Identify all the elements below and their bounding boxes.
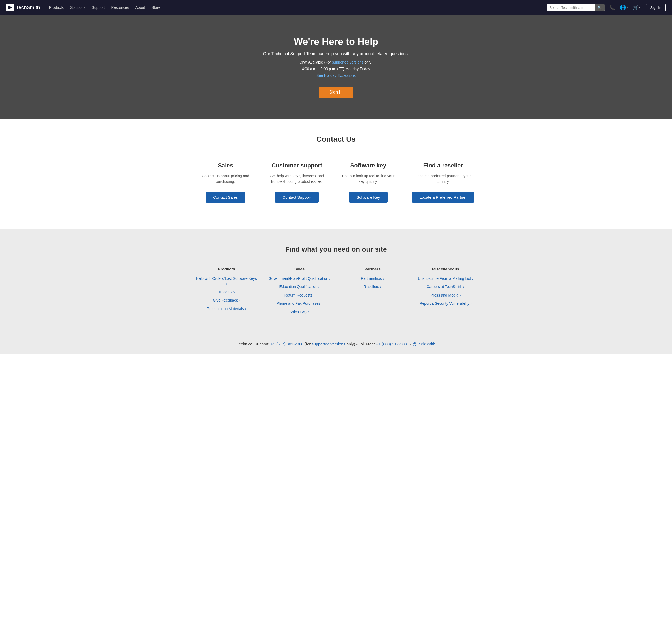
card-title-software-key: Software key [350,162,386,169]
card-desc-sales: Contact us about pricing and purchasing. [198,173,253,184]
search-input[interactable] [547,4,595,11]
find-col-sales-title: Sales [268,267,331,271]
link-unsubscribe[interactable]: Unsubscribe From a Mailing List › [415,276,477,281]
find-col-products-title: Products [195,267,257,271]
find-col-misc: Miscellaneous Unsubscribe From a Mailing… [409,267,482,318]
link-govt-nonprofit[interactable]: Government/Non-Profit Qualification › [268,276,331,281]
hero-section: We're Here to Help Our Technical Support… [0,15,672,119]
link-phone-fax[interactable]: Phone and Fax Purchases › [268,301,331,306]
nav-resources[interactable]: Resources [109,4,132,11]
nav-about[interactable]: About [133,4,148,11]
footer-contact: Technical Support: +1 (517) 381-2300 (fo… [0,334,672,354]
contact-cards: Sales Contact us about pricing and purch… [190,157,482,213]
search-button[interactable]: 🔍 [595,4,605,11]
link-partnerships[interactable]: Partnerships › [341,276,404,281]
supported-versions-link[interactable]: supported versions [332,60,363,64]
footer-tech-support-label: Technical Support: [237,342,269,346]
contact-sales-button[interactable]: Contact Sales [206,192,245,203]
hero-chat-info: Chat Available (For supported versions o… [299,59,373,79]
link-help-orders[interactable]: Help with Orders/Lost Software Keys › [195,276,257,286]
card-title-support: Customer support [271,162,322,169]
hero-signin-button[interactable]: Sign In [319,87,353,98]
contact-section: Contact Us Sales Contact us about pricin… [0,119,672,229]
link-give-feedback[interactable]: Give Feedback › [195,298,257,303]
search-bar: 🔍 [547,4,605,11]
link-careers[interactable]: Careers at TechSmith › [415,284,477,290]
link-tutorials[interactable]: Tutorials › [195,290,257,295]
footer-only-text: only) • Toll Free: [346,342,376,346]
nav-signin-button[interactable]: Sign In [646,4,666,12]
find-col-partners-title: Partners [341,267,404,271]
nav-solutions[interactable]: Solutions [67,4,88,11]
find-col-sales: Sales Government/Non-Profit Qualificatio… [263,267,336,318]
contact-card-software-key: Software key Use our look up tool to fin… [333,157,404,213]
find-col-misc-title: Miscellaneous [415,267,477,271]
nav-icons: 📞 🌐 ▾ 🛒 ▾ Sign In [608,3,666,12]
phone-icon-button[interactable]: 📞 [608,3,617,12]
card-desc-reseller: Locate a preferred partner in your count… [412,173,474,184]
logo[interactable]: TechSmith [6,4,40,11]
link-resellers[interactable]: Resellers › [341,284,404,290]
contact-card-sales: Sales Contact us about pricing and purch… [190,157,261,213]
contact-heading: Contact Us [10,135,662,144]
find-section: Find what you need on our site Products … [0,229,672,334]
card-title-reseller: Find a reseller [423,162,463,169]
card-desc-support: Get help with keys, licenses, and troubl… [269,173,324,184]
card-desc-software-key: Use our look up tool to find your key qu… [341,173,396,184]
main-nav: TechSmith Products Solutions Support Res… [0,0,672,15]
link-press-media[interactable]: Press and Media › [415,293,477,298]
link-return-requests[interactable]: Return Requests › [268,293,331,298]
footer-bullet2: • [410,342,412,346]
link-security-vulnerability[interactable]: Report a Security Vulnerability › [415,301,477,306]
contact-support-button[interactable]: Contact Support [275,192,318,203]
globe-icon-button[interactable]: 🌐 ▾ [618,3,629,12]
footer-phone1[interactable]: +1 (517) 381-2300 [271,342,304,346]
contact-card-support: Customer support Get help with keys, lic… [261,157,333,213]
chat-line1: Chat Available (For supported versions o… [299,60,373,64]
footer-twitter[interactable]: @TechSmith [413,342,435,346]
hero-subtitle: Our Technical Support Team can help you … [263,51,409,56]
link-presentation-materials[interactable]: Presentation Materials › [195,306,257,312]
link-sales-faq[interactable]: Sales FAQ › [268,309,331,315]
nav-products[interactable]: Products [46,4,66,11]
nav-store[interactable]: Store [149,4,163,11]
holiday-exceptions-link[interactable]: See Holiday Exceptions [316,73,356,78]
find-heading: Find what you need on our site [10,245,662,254]
cart-icon-button[interactable]: 🛒 ▾ [631,3,642,12]
chat-hours: 4:00 a.m. - 9:00 p.m. (ET) Monday-Friday [302,67,370,71]
footer-supported-versions-link[interactable]: supported versions [312,342,345,346]
software-key-button[interactable]: Software Key [349,192,387,203]
nav-links: Products Solutions Support Resources Abo… [46,4,544,11]
footer-phone2[interactable]: +1 (800) 517-3001 [376,342,409,346]
hero-title: We're Here to Help [294,36,378,47]
find-col-products: Products Help with Orders/Lost Software … [190,267,263,318]
footer-for-text: (for [305,342,312,346]
find-grid: Products Help with Orders/Lost Software … [190,267,482,318]
hero-content: We're Here to Help Our Technical Support… [5,36,667,98]
find-col-partners: Partners Partnerships › Resellers › [336,267,409,318]
locate-partner-button[interactable]: Locate a Preferred Partner [412,192,474,203]
nav-support[interactable]: Support [89,4,108,11]
logo-text: TechSmith [16,5,40,10]
link-education-qualification[interactable]: Education Qualification › [268,284,331,290]
card-title-sales: Sales [218,162,233,169]
contact-card-reseller: Find a reseller Locate a preferred partn… [404,157,482,213]
